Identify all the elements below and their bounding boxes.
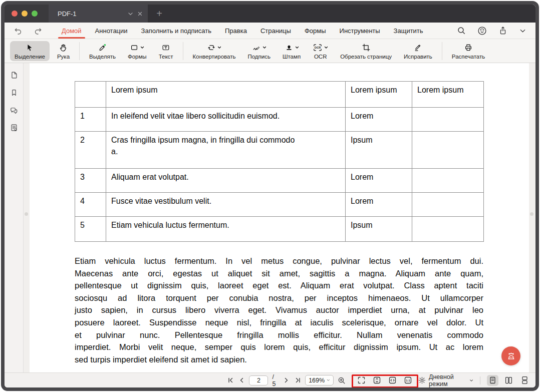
document-tab-title: PDF-1 — [58, 10, 124, 18]
table-cell: 3 — [75, 169, 106, 193]
bookmarks-icon[interactable] — [9, 88, 20, 98]
ribbon-tab-label: Аннотации — [95, 27, 128, 35]
history-controls — [14, 23, 43, 39]
undo-icon[interactable] — [14, 27, 22, 35]
table-cell — [412, 169, 484, 193]
fit-page-icon[interactable] — [357, 376, 366, 385]
tool-ocr[interactable]: OCR OCR — [308, 41, 333, 61]
toolbar: Выделение Рука Выделять — [5, 39, 535, 63]
minimize-window-button[interactable] — [22, 11, 28, 17]
signature-icon — [252, 43, 261, 52]
menu-right-icons — [457, 23, 526, 39]
paragraph-line: posuere laoreet. Suspendisse neque nisl,… — [75, 316, 483, 329]
zoom-window-button[interactable] — [32, 11, 38, 17]
redo-icon[interactable] — [34, 27, 43, 35]
left-scrollbar-thumb[interactable] — [25, 212, 28, 216]
paragraph-line: Maecenas ante orci, egestas ut aliquet s… — [75, 267, 483, 280]
share-icon[interactable] — [498, 26, 507, 35]
search-icon[interactable] — [457, 26, 466, 35]
ribbon-tab-pages[interactable]: Страницы — [260, 23, 291, 39]
table-cell: Etiam vehicula luctus fermentum. — [106, 217, 346, 242]
actual-size-icon[interactable]: 1:1 — [404, 376, 413, 385]
tool-print[interactable]: Распечатать — [447, 41, 489, 61]
paragraph-line: sed turpis imperdiet eleifend sit amet i… — [75, 353, 483, 366]
table-cell: In eleifend velit vitae libero sollicitu… — [106, 108, 346, 132]
table-row: 1 In eleifend velit vitae libero sollici… — [75, 108, 484, 132]
paragraph-line: sociosqu ad litora torquent per conubia … — [75, 292, 483, 304]
tool-label: Формы — [128, 54, 147, 60]
tool-highlight[interactable]: Выделять — [85, 41, 120, 61]
table-row: 2 Cras fringilla ipsum magna, in fringil… — [75, 132, 484, 169]
right-scrollbar-thumb[interactable] — [530, 212, 533, 216]
table-cell: Lorem ipsum — [412, 82, 484, 108]
ribbon-tab-tools[interactable]: Инструменты — [340, 23, 380, 39]
table-cell — [75, 82, 106, 108]
certified-document-icon[interactable] — [9, 123, 20, 133]
table-cell: 5 — [75, 217, 106, 242]
last-page-icon[interactable] — [294, 376, 301, 385]
statusbar: / 5 169% — [5, 372, 535, 387]
hand-icon — [59, 43, 68, 53]
chevron-down-icon — [140, 46, 144, 50]
tool-hand[interactable]: Рука — [53, 41, 74, 61]
tool-select[interactable]: Выделение — [10, 41, 50, 61]
collapse-toolbar-chevron-icon[interactable] — [519, 27, 526, 35]
zoom-in-icon[interactable] — [338, 376, 346, 385]
table-cell: 4 — [75, 193, 106, 217]
tool-crop-page[interactable]: Обрезать страницу — [336, 41, 396, 61]
zoom-level-select[interactable]: 169% — [305, 375, 334, 385]
tool-convert[interactable]: Конвертировать — [188, 41, 240, 61]
ribbon-tab-label: Инструменты — [340, 27, 380, 35]
document-tab[interactable]: PDF-1 — [49, 5, 148, 23]
table-cell — [412, 132, 484, 169]
chevron-down-icon — [327, 378, 330, 382]
tool-label: Конвертировать — [193, 54, 236, 60]
ribbon-tab-protect[interactable]: Защитить — [394, 23, 423, 39]
ribbon-tab-label: Правка — [225, 27, 247, 35]
fit-height-icon[interactable] — [373, 376, 382, 385]
tab-chevron-down-icon[interactable] — [128, 11, 133, 17]
fit-controls: 1:1 — [352, 376, 418, 385]
tool-signature[interactable]: Подпись — [243, 41, 275, 61]
paragraph-line: et pulvinar nunc. Pellentesque fringilla… — [75, 329, 483, 341]
support-avatar-icon[interactable] — [477, 26, 487, 36]
tool-label: Обрезать страницу — [340, 54, 392, 60]
table-cell: Ipsum — [346, 132, 412, 169]
next-page-icon[interactable] — [283, 376, 290, 385]
tool-text[interactable]: Текст — [154, 41, 178, 61]
ribbon-tab-annotations[interactable]: Аннотации — [95, 23, 128, 39]
robot-icon — [505, 350, 517, 362]
page-number-input[interactable] — [249, 375, 268, 385]
day-mode-select[interactable]: Дневной режим — [418, 373, 473, 387]
page-thumbnails-icon[interactable] — [9, 70, 20, 80]
day-mode-label: Дневной режим — [429, 373, 466, 387]
close-window-button[interactable] — [12, 11, 18, 17]
previous-page-icon[interactable] — [238, 376, 245, 385]
ribbon-tab-edit[interactable]: Правка — [225, 23, 247, 39]
page-navigation: / 5 169% — [227, 373, 418, 387]
single-page-view-button[interactable] — [487, 375, 498, 386]
table-row: 4 Fusce vitae vestibulum velit. Lorem — [75, 193, 484, 217]
ribbon-tab-label: Защитить — [394, 27, 423, 35]
ribbon-tab-forms[interactable]: Формы — [305, 23, 326, 39]
tool-label: Исправить — [404, 54, 432, 60]
chevron-down-icon — [324, 46, 328, 50]
ribbon-tab-fill-sign[interactable]: Заполнить и подписать — [141, 23, 211, 39]
fit-width-icon[interactable] — [388, 376, 397, 385]
new-tab-button[interactable]: + — [148, 5, 171, 23]
assistant-robot-button[interactable] — [501, 346, 520, 365]
tool-shapes[interactable]: Формы — [123, 41, 151, 61]
tool-redact[interactable]: Исправить — [399, 41, 437, 61]
stamp-icon — [285, 43, 294, 52]
ribbon-bar: Домой Аннотации Заполнить и подписать Пр… — [5, 23, 535, 39]
comments-icon[interactable] — [9, 105, 20, 115]
svg-text:OCR: OCR — [315, 46, 321, 49]
ribbon-tab-home[interactable]: Домой — [62, 23, 82, 39]
tab-close-icon[interactable] — [137, 11, 143, 17]
two-page-view-button[interactable] — [503, 375, 514, 386]
continuous-scroll-view-button[interactable] — [519, 375, 530, 386]
first-page-icon[interactable] — [227, 376, 234, 385]
statusbar-divider — [480, 376, 480, 384]
traffic-lights — [5, 5, 49, 23]
tool-stamp[interactable]: Штамп — [278, 41, 305, 61]
